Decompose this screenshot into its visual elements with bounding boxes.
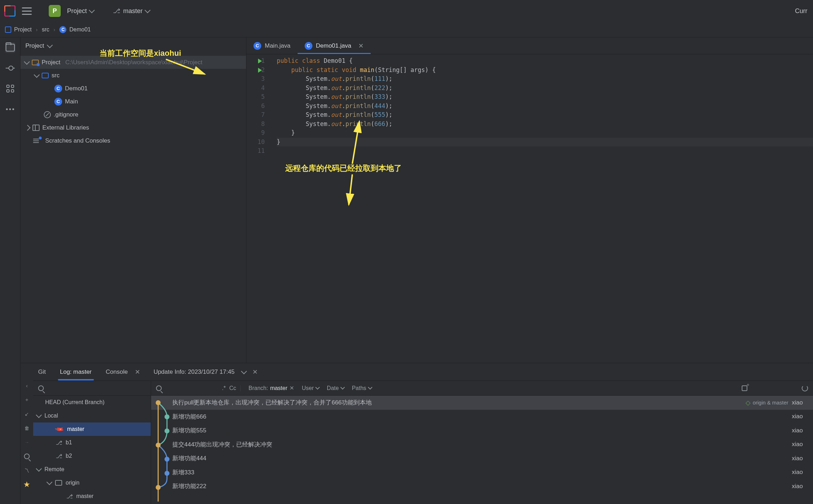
commit-row[interactable]: 新增333xiao: [151, 466, 813, 480]
commit-author: xiao: [792, 427, 813, 434]
branch-row[interactable]: Remote: [33, 463, 151, 476]
git-tab-console[interactable]: Console: [105, 368, 128, 376]
editor: CMain.javaCDemo01.java✕ 1234567891011 pu…: [246, 37, 813, 363]
commit-row[interactable]: 新增功能444xiao: [151, 451, 813, 466]
expand-icon[interactable]: [47, 479, 53, 485]
commit-message: 新增功能444: [172, 454, 792, 462]
titlebar-right-label: Curr: [795, 7, 809, 15]
ref-icon: ◇: [746, 399, 751, 407]
branch-icon: ⎇: [56, 439, 62, 446]
branch-row[interactable]: 🔖master: [33, 422, 151, 436]
breadcrumb-project[interactable]: Project: [5, 26, 32, 33]
commit-author: xiao: [792, 469, 813, 476]
editor-tab[interactable]: CMain.java: [246, 37, 298, 54]
incoming-icon[interactable]: ↙: [23, 410, 30, 418]
branch-row[interactable]: origin: [33, 476, 151, 490]
star-icon[interactable]: ★: [23, 481, 30, 488]
class-icon: C: [54, 98, 62, 106]
commit-message: 新增功能666: [172, 413, 792, 421]
filter-date[interactable]: Date: [327, 385, 344, 391]
tree-file[interactable]: C Main: [20, 95, 246, 108]
project-selector-label: Project: [67, 7, 87, 15]
chevron-down-icon: [368, 385, 372, 390]
tree-scratches[interactable]: Scratches and Consoles: [20, 134, 246, 147]
commit-row[interactable]: 执行pull更新本地仓库，出现冲突，已经解决了冲突，合并了666功能到本地◇or…: [151, 396, 813, 410]
project-panel-header[interactable]: Project: [20, 37, 246, 54]
branch-search[interactable]: [33, 381, 151, 396]
chevron-down-icon: [47, 42, 53, 48]
regex-toggle[interactable]: .*: [222, 385, 226, 391]
expand-icon[interactable]: [25, 125, 31, 131]
main-menu-button[interactable]: [22, 7, 32, 15]
expand-icon[interactable]: [34, 72, 40, 78]
breadcrumb-file[interactable]: C Demo01: [59, 26, 90, 33]
git-tab-log[interactable]: Log: master: [59, 368, 92, 376]
commit-row[interactable]: 新增功能555xiao: [151, 424, 813, 438]
search-icon: [38, 385, 44, 391]
branch-row[interactable]: ⎇b1: [33, 436, 151, 449]
new-tab-icon[interactable]: [742, 385, 747, 391]
editor-tab[interactable]: CDemo01.java✕: [298, 37, 371, 54]
commit-author: xiao: [792, 483, 813, 490]
chevron-down-icon: [340, 385, 345, 390]
tree-ext-lib[interactable]: External Libraries: [20, 121, 246, 134]
trash-icon[interactable]: 🗑: [23, 425, 30, 432]
tag-icon: 🔖: [54, 424, 65, 434]
scratches-icon: [33, 139, 39, 143]
more-tool-button[interactable]: [5, 104, 16, 114]
git-tab-git[interactable]: Git: [37, 368, 47, 376]
back-icon[interactable]: ‹: [23, 382, 30, 389]
vcs-branch-selector[interactable]: ⎇ master: [113, 7, 150, 15]
breadcrumb-src[interactable]: src: [42, 26, 49, 33]
refresh-icon[interactable]: [802, 385, 808, 391]
tree-root[interactable]: Project C:\Users\Admin\Desktop\workspace…: [20, 56, 246, 69]
project-badge: P: [49, 5, 61, 17]
app-logo-icon[interactable]: [4, 5, 16, 17]
code-area[interactable]: 1234567891011 public class Demo01 { publ…: [246, 54, 813, 363]
commit-row[interactable]: 提交444功能出现冲突，已经解决冲突xiao: [151, 438, 813, 452]
branch-row[interactable]: ⎇b2: [33, 449, 151, 463]
breadcrumb: Project › src › C Demo01: [0, 22, 813, 37]
tree-file[interactable]: C Demo01: [20, 82, 246, 95]
close-icon[interactable]: ✕: [358, 42, 364, 50]
branch-icon: ⎇: [113, 7, 120, 15]
gutter: 1234567891011: [246, 56, 277, 363]
project-selector[interactable]: Project: [67, 7, 94, 15]
branch-row[interactable]: ⎇master: [33, 490, 151, 503]
filter-user[interactable]: User: [302, 385, 319, 391]
forward-icon[interactable]: →: [23, 439, 30, 446]
add-icon[interactable]: ＋: [23, 396, 30, 403]
commit-search[interactable]: .* Cc: [156, 385, 241, 391]
search-icon[interactable]: [23, 453, 30, 460]
folder-icon: [55, 480, 62, 486]
close-icon[interactable]: ✕: [135, 368, 140, 376]
branch-row[interactable]: Local: [33, 409, 151, 422]
left-toolbar: [0, 37, 20, 504]
commit-row[interactable]: 新增功能222xiao: [151, 479, 813, 493]
commit-message: 新增333: [172, 468, 792, 476]
close-icon[interactable]: ✕: [252, 368, 258, 376]
expand-icon[interactable]: [36, 412, 42, 418]
class-icon: C: [59, 26, 66, 33]
commit-tool-button[interactable]: [5, 63, 16, 73]
chevron-down-icon[interactable]: [241, 368, 247, 374]
tree-gitignore[interactable]: .gitignore: [20, 108, 246, 121]
filter-paths[interactable]: Paths: [352, 385, 372, 391]
code-body[interactable]: public class Demo01 { public static void…: [277, 56, 813, 363]
expand-icon[interactable]: [24, 59, 30, 65]
case-toggle[interactable]: Cc: [229, 385, 236, 391]
graph-icon[interactable]: 〽: [23, 467, 30, 474]
commit-message: 提交444功能出现冲突，已经解决冲突: [172, 440, 792, 449]
structure-tool-button[interactable]: [5, 83, 16, 94]
git-panel: ‹ ＋ ↙ 🗑 → 〽 ★ Git Log: master Console ✕: [20, 363, 813, 504]
chevron-right-icon: ›: [54, 27, 55, 32]
commit-row[interactable]: 新增功能666xiao: [151, 410, 813, 424]
git-tab-update[interactable]: Update Info: 2023/10/27 17:45: [153, 368, 235, 376]
branch-row[interactable]: HEAD (Current Branch): [33, 396, 151, 409]
class-icon: C: [253, 42, 261, 50]
filter-branch[interactable]: Branch: master ✕: [249, 385, 294, 391]
tree-src[interactable]: src: [20, 69, 246, 82]
project-tool-button[interactable]: [5, 42, 16, 53]
close-icon[interactable]: ✕: [289, 385, 294, 391]
expand-icon[interactable]: [36, 466, 42, 472]
